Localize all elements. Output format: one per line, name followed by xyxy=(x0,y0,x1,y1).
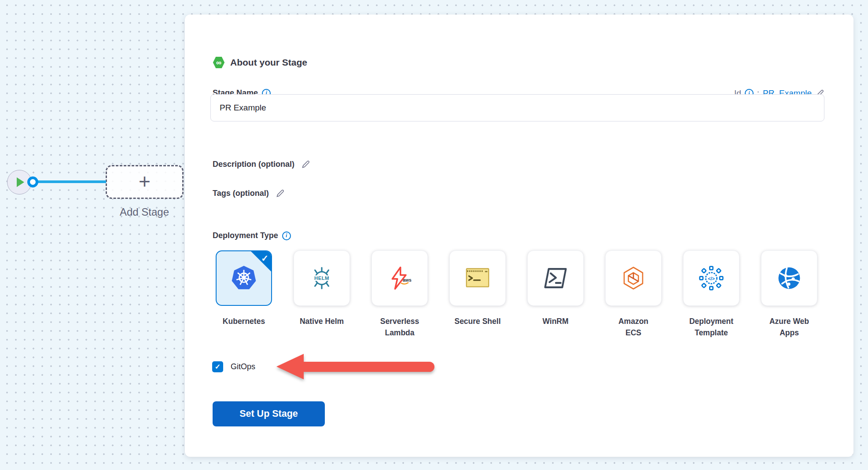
panel-header: ∞ About your Stage xyxy=(213,56,307,69)
azure-web-apps-tile[interactable] xyxy=(761,250,817,306)
tile-label: Secure Shell xyxy=(445,316,511,327)
info-icon[interactable]: i xyxy=(282,231,291,240)
deployment-type-label: Deployment Type xyxy=(213,231,278,240)
add-stage-label: Add Stage xyxy=(100,206,188,218)
description-label: Description (optional) xyxy=(213,160,294,169)
deployment-option-native-helm: HELM Native Helm xyxy=(294,250,350,339)
deployment-option-deployment-template: </> Deployment Template xyxy=(683,250,739,339)
gitops-label: GitOps xyxy=(231,362,255,371)
svg-text:</>: </> xyxy=(708,276,715,281)
stage-name-input[interactable] xyxy=(210,94,824,121)
add-stage-button[interactable]: + xyxy=(106,165,184,199)
secure-shell-icon xyxy=(464,266,491,290)
deployment-option-kubernetes: ✓ Kubernetes xyxy=(216,250,272,339)
svg-text:HELM: HELM xyxy=(314,275,329,281)
serverless-lambda-tile[interactable]: aws xyxy=(371,250,428,306)
winrm-tile[interactable] xyxy=(527,250,584,306)
pipeline-edge-line xyxy=(33,180,106,183)
about-stage-panel: ∞ About your Stage Stage Name i Id i : P… xyxy=(185,15,853,457)
description-row: Description (optional) xyxy=(213,160,310,169)
tags-row: Tags (optional) xyxy=(213,189,285,198)
winrm-icon xyxy=(543,266,568,290)
deployment-template-icon: </> xyxy=(699,265,724,291)
checkmark-icon: ✓ xyxy=(261,253,268,264)
deployment-option-winrm: WinRM xyxy=(527,250,584,339)
deployment-option-azure-web-apps: Azure Web Apps xyxy=(761,250,817,339)
deployment-option-amazon-ecs: Amazon ECS xyxy=(605,250,662,339)
tile-label: Azure Web Apps xyxy=(767,316,811,339)
tile-label: Kubernetes xyxy=(211,316,277,327)
deployment-type-label-row: Deployment Type i xyxy=(213,231,291,240)
deployment-template-tile[interactable]: </> xyxy=(683,250,739,306)
panel-title: About your Stage xyxy=(230,57,307,68)
cd-stage-icon: ∞ xyxy=(213,56,225,69)
svg-text:aws: aws xyxy=(403,277,412,283)
azure-web-apps-icon xyxy=(776,265,802,291)
tile-label: Native Helm xyxy=(289,316,355,327)
deployment-option-secure-shell: Secure Shell xyxy=(449,250,506,339)
amazon-ecs-tile[interactable] xyxy=(605,250,662,306)
kubernetes-tile[interactable]: ✓ xyxy=(216,250,272,306)
gitops-row: ✓ GitOps xyxy=(212,361,255,372)
gitops-checkbox[interactable]: ✓ xyxy=(212,361,223,372)
serverless-lambda-icon: aws xyxy=(387,266,412,290)
helm-icon: HELM xyxy=(309,265,335,291)
tags-label: Tags (optional) xyxy=(213,189,269,198)
amazon-ecs-icon xyxy=(621,266,646,290)
tile-label: WinRM xyxy=(522,316,588,327)
tile-label: Serverless Lambda xyxy=(375,316,424,339)
checkmark-icon: ✓ xyxy=(215,363,221,371)
set-up-stage-button[interactable]: Set Up Stage xyxy=(213,401,325,426)
plus-icon: + xyxy=(139,171,151,191)
tile-label: Deployment Template xyxy=(687,316,736,339)
edit-pencil-icon[interactable] xyxy=(301,160,310,169)
secure-shell-tile[interactable] xyxy=(449,250,506,306)
play-icon xyxy=(17,177,24,187)
deployment-option-serverless-lambda: aws Serverless Lambda xyxy=(371,250,428,339)
pipeline-connector-node[interactable] xyxy=(27,176,38,187)
deployment-type-options: ✓ Kubernetes HELM xyxy=(216,250,817,339)
native-helm-tile[interactable]: HELM xyxy=(294,250,350,306)
tile-label: Amazon ECS xyxy=(616,316,651,339)
annotation-arrow-icon xyxy=(276,354,434,379)
edit-pencil-icon[interactable] xyxy=(276,189,285,198)
